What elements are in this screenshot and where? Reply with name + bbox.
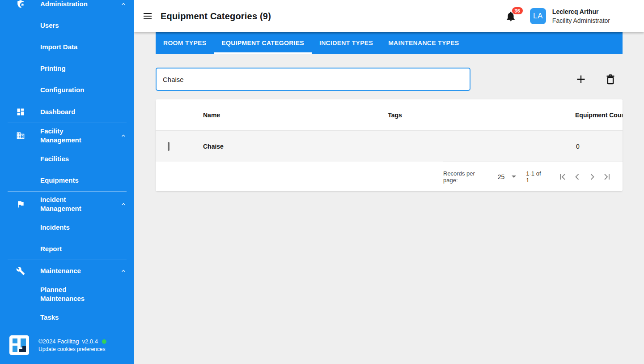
plus-icon <box>575 73 587 86</box>
notifications-button[interactable]: 36 <box>505 10 517 22</box>
chevron-up-icon[interactable] <box>120 132 127 139</box>
tab-maintenance-types[interactable]: MAINTENANCE TYPES <box>381 32 466 54</box>
tab-incident-types[interactable]: INCIDENT TYPES <box>312 32 381 54</box>
equipment-categories-table: Name Tags Equipment Count Chaise 0 Recor… <box>156 99 623 191</box>
row-checkbox-cell <box>168 143 169 150</box>
sidebar-item-facilities[interactable]: Facilities <box>0 148 134 170</box>
trash-icon <box>604 73 617 86</box>
menu-toggle-button[interactable] <box>142 11 153 21</box>
version-text: v2.0.4 <box>82 338 98 346</box>
row-checkbox[interactable] <box>168 142 169 151</box>
sidebar-section-facility-management[interactable]: Facility Management <box>0 123 134 148</box>
records-per-page-label: Records per page: <box>443 170 490 184</box>
add-category-button[interactable] <box>574 73 588 86</box>
sidebar-nav: Administration Users Import Data Printin… <box>0 0 134 331</box>
user-name: Leclercq Arthur <box>552 7 610 16</box>
delete-button[interactable] <box>604 73 617 86</box>
table-header-row: Name Tags Equipment Count <box>156 99 623 131</box>
wrench-icon <box>16 266 25 275</box>
tab-bar: ROOM TYPES EQUIPMENT CATEGORIES INCIDENT… <box>156 32 623 54</box>
last-page-button[interactable] <box>602 171 612 182</box>
per-page-value: 25 <box>498 173 505 180</box>
column-header-equipment-count: Equipment Count <box>575 111 623 119</box>
row-equipment-count: 0 <box>576 143 623 150</box>
sidebar-item-tasks[interactable]: Tasks <box>0 307 134 328</box>
user-info: Leclercq Arthur Facility Administrator <box>552 7 610 25</box>
topbar-right: 36 LA Leclercq Arthur Facility Administr… <box>505 7 644 25</box>
sidebar-item-import-data[interactable]: Import Data <box>0 36 134 58</box>
building-icon <box>16 131 25 140</box>
chevron-left-icon <box>572 171 583 182</box>
sidebar-section-maintenance[interactable]: Maintenance <box>0 260 134 282</box>
sidebar-item-users[interactable]: Users <box>0 15 134 36</box>
table-row: Chaise 0 <box>156 131 623 162</box>
sidebar-item-planned-maintenances[interactable]: Planned Maintenances <box>0 282 134 307</box>
dashboard-icon <box>16 107 25 116</box>
topbar: Equipment Categories (9) 36 LA Leclercq … <box>134 0 644 32</box>
sidebar: Administration Users Import Data Printin… <box>0 0 134 364</box>
next-page-button[interactable] <box>587 171 597 182</box>
last-page-icon <box>602 171 612 182</box>
chevron-right-icon <box>587 171 597 182</box>
chevron-up-icon[interactable] <box>120 201 127 208</box>
first-page-button[interactable] <box>557 171 568 182</box>
pager-buttons <box>557 171 612 182</box>
page-range-text: 1-1 of 1 <box>526 170 545 184</box>
previous-page-button[interactable] <box>572 171 583 182</box>
cookies-preferences-link[interactable]: Update cookies preferences <box>38 346 106 353</box>
app-root: Administration Users Import Data Printin… <box>0 0 644 364</box>
toolbar <box>156 68 623 91</box>
footer-version-line: ©2024 Facilitag v2.0.4 <box>38 338 106 346</box>
notification-badge: 36 <box>512 7 523 14</box>
facilitag-logo <box>9 335 29 355</box>
toolbar-actions <box>574 73 623 86</box>
copyright-text: ©2024 Facilitag <box>38 338 79 346</box>
sidebar-section-incident-management[interactable]: Incident Management <box>0 192 134 217</box>
tab-equipment-categories[interactable]: EQUIPMENT CATEGORIES <box>214 32 312 54</box>
sidebar-footer: ©2024 Facilitag v2.0.4 Update cookies pr… <box>0 331 134 364</box>
flag-icon <box>16 200 25 209</box>
paginator-controls: Records per page: 25 1-1 of 1 <box>443 162 623 191</box>
sidebar-item-label: Administration <box>40 0 88 9</box>
sidebar-item-dashboard[interactable]: Dashboard <box>0 101 134 123</box>
user-role: Facility Administrator <box>552 16 610 25</box>
column-header-name: Name <box>203 111 220 119</box>
main-area: Equipment Categories (9) 36 LA Leclercq … <box>134 0 644 364</box>
row-name: Chaise <box>203 143 224 150</box>
admin-panel-icon <box>16 0 25 9</box>
sidebar-item-report[interactable]: Report <box>0 238 134 260</box>
sidebar-item-printing[interactable]: Printing <box>0 58 134 79</box>
column-header-tags: Tags <box>388 111 402 119</box>
chevron-up-icon[interactable] <box>120 0 127 8</box>
tab-room-types[interactable]: ROOM TYPES <box>156 32 214 54</box>
status-dot <box>102 339 106 344</box>
search-input[interactable] <box>156 68 470 91</box>
content-area: Name Tags Equipment Count Chaise 0 Recor… <box>134 54 644 364</box>
chevron-up-icon[interactable] <box>120 267 127 274</box>
first-page-icon <box>557 171 568 182</box>
per-page-select[interactable]: 25 <box>498 173 517 180</box>
sidebar-item-equipments[interactable]: Equipments <box>0 170 134 191</box>
hamburger-icon <box>142 11 153 21</box>
page-title: Equipment Categories (9) <box>161 11 271 21</box>
sidebar-item-incidents[interactable]: Incidents <box>0 217 134 238</box>
paginator: Records per page: 25 1-1 of 1 <box>156 162 623 191</box>
caret-down-icon <box>512 176 516 178</box>
sidebar-item-configuration[interactable]: Configuration <box>0 79 134 101</box>
avatar[interactable]: LA <box>530 8 546 24</box>
sidebar-section-administration[interactable]: Administration <box>0 0 134 15</box>
